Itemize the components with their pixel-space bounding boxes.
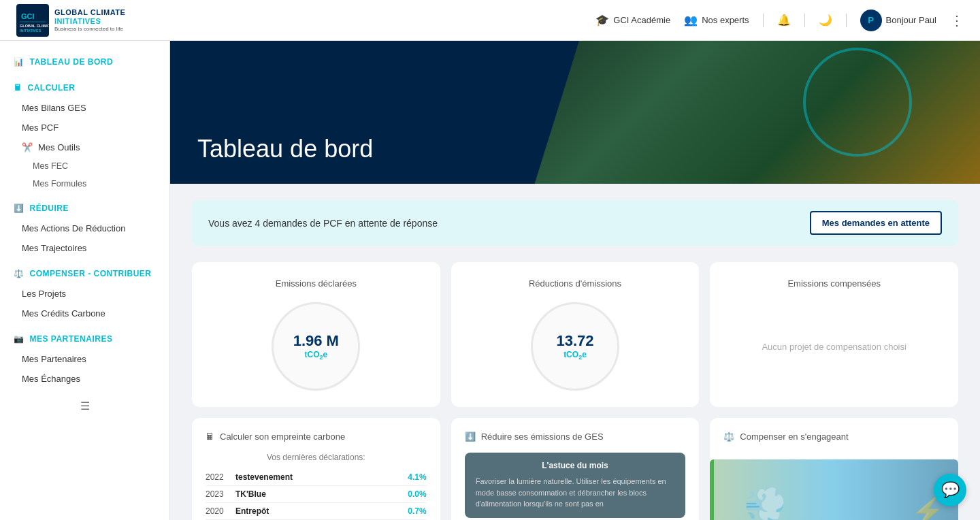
card-calculer-empreinte: 🖩 Calculer son empreinte carbone Vos der… <box>192 418 440 520</box>
compenser-icon: ⚖️ <box>14 269 24 278</box>
decl-name-3: Entrepôt <box>235 506 402 516</box>
sidebar-section-compenser: ⚖️ COMPENSER - CONTRIBUER Les Projets Me… <box>0 263 169 323</box>
emissions-value: 1.96 M <box>293 332 339 350</box>
sidebar-label-partenaires: MES PARTENAIRES <box>30 334 113 344</box>
sidebar-header-calculer[interactable]: 🖩 CALCULER <box>0 78 169 98</box>
sidebar-collapse-button[interactable]: ☰ <box>14 394 156 418</box>
alert-text: Vous avez 4 demandes de PCF en attente d… <box>208 218 438 229</box>
sidebar-label-reduire: RÉDUIRE <box>30 204 69 213</box>
declaration-row-2: 2023 TK'Blue 0.0% <box>206 486 427 503</box>
academy-link[interactable]: 🎓 GCI Académie <box>595 14 670 27</box>
card-compenser-header: ⚖️ Compenser en s'engageant <box>723 432 945 442</box>
formules-label: Mes Formules <box>33 179 86 189</box>
experts-link[interactable]: 👥 Nos experts <box>684 14 749 27</box>
projets-label: Les Projets <box>22 289 66 299</box>
sidebar-item-pcf[interactable]: Mes PCF <box>0 118 169 137</box>
sidebar-section-reduire: ⬇️ RÉDUIRE Mes Actions De Réduction Mes … <box>0 198 169 258</box>
bell-icon: 🔔 <box>777 14 791 27</box>
card-compensees-empty-text: Aucun projet de compensation choisi <box>762 342 906 352</box>
trajectoires-label: Mes Trajectoires <box>22 243 86 253</box>
compensation-image: 💨 ⚡ <box>710 459 958 520</box>
compenser-header-icon: ⚖️ <box>723 432 734 442</box>
alert-banner: Vous avez 4 demandes de PCF en attente d… <box>192 200 958 246</box>
brand-tagline: Business is connected to life <box>54 26 125 33</box>
outils-icon: ✂️ <box>22 142 33 152</box>
sidebar-item-echanges[interactable]: Mes Échanges <box>0 369 169 389</box>
green-bar-decoration <box>710 459 714 520</box>
content-area: Tableau de bord Vous avez 4 demandes de … <box>170 41 980 520</box>
card-emissions-compensees: Emissions compensées Aucun projet de com… <box>710 262 958 407</box>
bottom-cards: 🖩 Calculer son empreinte carbone Vos der… <box>192 418 958 520</box>
sidebar-section-calculer: 🖩 CALCULER Mes Bilans GES Mes PCF ✂️ Mes… <box>0 78 169 193</box>
sidebar-item-formules[interactable]: Mes Formules <box>0 175 169 193</box>
topnav: GCI GLOBAL CLIMATE INITIATIVES GLOBAL CL… <box>0 0 980 41</box>
sidebar-item-fec[interactable]: Mes FEC <box>0 157 169 175</box>
card-emissions-declarees: Emissions déclarées 1.96 M tCO2e <box>192 262 440 407</box>
theme-toggle[interactable]: 🌙 <box>819 14 832 27</box>
logo[interactable]: GCI GLOBAL CLIMATE INITIATIVES GLOBAL CL… <box>16 4 125 37</box>
emissions-metric-circle: 1.96 M tCO2e <box>272 302 360 391</box>
sidebar-header-tableau[interactable]: 📊 TABLEAU DE BORD <box>0 52 169 72</box>
declaration-row-1: 2022 testevenement 4.1% <box>206 469 427 486</box>
sidebar-item-projets[interactable]: Les Projets <box>0 284 169 304</box>
sidebar-header-reduire[interactable]: ⬇️ RÉDUIRE <box>0 198 169 218</box>
moon-icon: 🌙 <box>819 14 832 27</box>
reduire-icon: ⬇️ <box>14 204 24 213</box>
notifications-btn[interactable]: 🔔 <box>777 14 791 27</box>
sidebar-header-partenaires[interactable]: 📷 MES PARTENAIRES <box>0 329 169 349</box>
credits-carbone-label: Mes Crédits Carbone <box>22 308 105 319</box>
user-profile[interactable]: P Bonjour Paul <box>860 10 936 31</box>
sidebar-item-credits-carbone[interactable]: Mes Crédits Carbone <box>0 304 169 323</box>
astuce-title: L'astuce du mois <box>476 461 675 470</box>
sidebar-item-trajectoires[interactable]: Mes Trajectoires <box>0 238 169 258</box>
sidebar-label-compenser: COMPENSER - CONTRIBUER <box>30 269 152 278</box>
decl-year-1: 2022 <box>206 472 230 482</box>
more-options-button[interactable]: ⋮ <box>950 12 964 29</box>
decl-name-2: TK'Blue <box>235 489 402 499</box>
metrics-cards: Emissions déclarées 1.96 M tCO2e Réducti… <box>192 262 958 407</box>
chat-icon: 💬 <box>941 481 960 499</box>
nav-divider-2 <box>804 14 805 27</box>
card-reductions-title: Réductions d'émissions <box>529 278 621 289</box>
experts-icon: 👥 <box>684 14 698 27</box>
partenaires-icon: 📷 <box>14 334 24 344</box>
sidebar-item-mes-partenaires[interactable]: Mes Partenaires <box>0 349 169 369</box>
sidebar-section-partenaires: 📷 MES PARTENAIRES Mes Partenaires Mes Éc… <box>0 329 169 389</box>
emissions-unit: tCO2e <box>304 350 327 361</box>
calc-icon: 🖩 <box>14 83 22 93</box>
reductions-value: 13.72 <box>556 332 593 350</box>
alert-button[interactable]: Mes demandes en attente <box>810 211 942 235</box>
astuce-text: Favoriser la lumière naturelle. Utiliser… <box>476 476 675 510</box>
sidebar-item-outils[interactable]: ✂️ Mes Outils <box>0 137 169 157</box>
decl-pct-3: 0.7% <box>408 506 426 516</box>
brand-initiatives: INITIATIVES <box>54 17 125 26</box>
chat-support-button[interactable]: 💬 <box>934 474 966 506</box>
bilans-ges-label: Mes Bilans GES <box>22 103 86 113</box>
turbine-icon: 💨 <box>744 485 786 520</box>
actions-reduction-label: Mes Actions De Réduction <box>22 223 125 233</box>
svg-text:GCI: GCI <box>21 12 35 20</box>
sidebar-item-actions-reduction[interactable]: Mes Actions De Réduction <box>0 218 169 238</box>
sidebar-item-bilans-ges[interactable]: Mes Bilans GES <box>0 98 169 118</box>
decl-year-3: 2020 <box>206 506 230 516</box>
hero-image <box>535 41 981 184</box>
nav-divider-1 <box>763 14 764 27</box>
astuce-card: L'astuce du mois Favoriser la lumière na… <box>465 453 686 518</box>
sidebar-label-calculer: CALCULER <box>28 83 76 93</box>
decl-year-2: 2023 <box>206 489 230 499</box>
hero-section: Tableau de bord <box>170 41 980 184</box>
sidebar-header-compenser[interactable]: ⚖️ COMPENSER - CONTRIBUER <box>0 263 169 284</box>
greeting-text: Bonjour Paul <box>886 15 936 25</box>
echanges-label: Mes Échanges <box>22 374 80 384</box>
card-reductions-emissions: Réductions d'émissions 13.72 tCO2e <box>451 262 700 407</box>
sidebar-label-tableau: TABLEAU DE BORD <box>30 57 114 67</box>
chart-icon: 📊 <box>14 57 24 67</box>
decl-pct-2: 0.0% <box>408 489 426 499</box>
reductions-metric-circle: 13.72 tCO2e <box>531 302 619 391</box>
reductions-unit: tCO2e <box>564 350 587 361</box>
outils-label: Mes Outils <box>38 142 80 152</box>
card-compenser-engageant: ⚖️ Compenser en s'engageant 💨 ⚡ <box>710 418 958 520</box>
main-layout: 📊 TABLEAU DE BORD 🖩 CALCULER Mes Bilans … <box>0 41 980 520</box>
card-compenser-header-wrapper: ⚖️ Compenser en s'engageant <box>710 418 958 459</box>
nav-divider-3 <box>846 14 847 27</box>
